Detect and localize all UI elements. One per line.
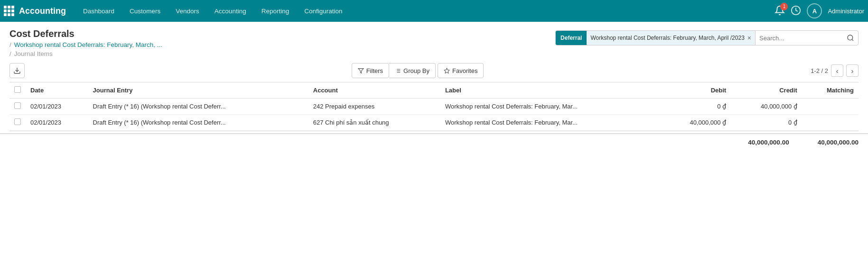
row-date: 02/01/2023 bbox=[26, 99, 88, 115]
search-bar: Deferral Workshop rental Cost Deferrals:… bbox=[555, 30, 859, 45]
search-button[interactable] bbox=[843, 34, 858, 42]
page-header: Cost Deferrals / Workshop rental Cost De… bbox=[0, 22, 868, 59]
row-checkbox bbox=[9, 115, 26, 131]
nav-configuration[interactable]: Configuration bbox=[297, 0, 350, 22]
row-select-checkbox[interactable] bbox=[14, 102, 21, 109]
search-filter-text: Workshop rental Cost Deferrals: February… bbox=[587, 30, 756, 45]
pagination: 1-2 / 2 ‹ › bbox=[811, 64, 859, 77]
row-credit: 40,000,000 ₫ bbox=[731, 99, 802, 115]
table-row[interactable]: 02/01/2023 Draft Entry (* 16) (Workshop … bbox=[9, 115, 859, 131]
breadcrumb: / Workshop rental Cost Deferrals: Februa… bbox=[9, 41, 162, 48]
pagination-prev[interactable]: ‹ bbox=[831, 64, 843, 77]
search-filter-close[interactable]: × bbox=[747, 34, 751, 42]
clock-icon[interactable] bbox=[791, 5, 801, 17]
col-header-journal-entry: Journal Entry bbox=[88, 82, 308, 99]
pagination-text: 1-2 / 2 bbox=[811, 67, 828, 74]
nav-accounting[interactable]: Accounting bbox=[207, 0, 254, 22]
row-label: Workshop rental Cost Deferrals: February… bbox=[440, 115, 660, 131]
journal-items-table: Date Journal Entry Account Label Debit C… bbox=[0, 82, 868, 131]
row-account: 627 Chi phí sản xuất chung bbox=[308, 115, 440, 131]
nav-dashboard[interactable]: Dashboard bbox=[75, 0, 122, 22]
page-title: Cost Deferrals bbox=[9, 28, 162, 39]
favorites-button[interactable]: Favorites bbox=[438, 63, 484, 78]
col-header-debit: Debit bbox=[660, 82, 731, 99]
credit-total: 40,000,000.00 bbox=[818, 139, 859, 146]
nav-vendors[interactable]: Vendors bbox=[168, 0, 207, 22]
col-header-checkbox bbox=[9, 82, 26, 99]
col-header-date: Date bbox=[26, 82, 88, 99]
breadcrumb-current: Journal Items bbox=[14, 50, 53, 57]
svg-line-2 bbox=[852, 39, 853, 41]
notification-icon[interactable]: 1 bbox=[775, 5, 785, 17]
row-journal-entry: Draft Entry (* 16) (Workshop rental Cost… bbox=[88, 115, 308, 131]
row-debit: 0 ₫ bbox=[660, 99, 731, 115]
app-brand: Accounting bbox=[19, 6, 66, 16]
row-credit: 0 ₫ bbox=[731, 115, 802, 131]
row-checkbox bbox=[9, 99, 26, 115]
filter-left bbox=[9, 63, 25, 78]
col-header-credit: Credit bbox=[731, 82, 802, 99]
main-menu: Dashboard Customers Vendors Accounting R… bbox=[75, 0, 775, 22]
admin-label[interactable]: Administrator bbox=[828, 8, 864, 15]
filter-toolbar: Filters Group By Favorites 1-2 / 2 ‹ › bbox=[0, 59, 868, 82]
row-journal-entry: Draft Entry (* 16) (Workshop rental Cost… bbox=[88, 99, 308, 115]
svg-marker-11 bbox=[444, 68, 449, 73]
row-select-checkbox[interactable] bbox=[14, 118, 21, 125]
avatar[interactable]: A bbox=[807, 3, 822, 18]
svg-point-1 bbox=[848, 35, 853, 40]
table-row[interactable]: 02/01/2023 Draft Entry (* 16) (Workshop … bbox=[9, 99, 859, 115]
breadcrumb-link1[interactable]: Workshop rental Cost Deferrals: February… bbox=[14, 41, 162, 48]
notification-badge: 1 bbox=[780, 3, 788, 10]
row-account: 242 Prepaid expenses bbox=[308, 99, 440, 115]
row-matching bbox=[802, 99, 859, 115]
topnav-right: 1 A Administrator bbox=[775, 3, 864, 18]
breadcrumb2: / Journal Items bbox=[9, 50, 162, 57]
deferral-tag: Deferral bbox=[556, 30, 587, 45]
col-header-account: Account bbox=[308, 82, 440, 99]
apps-menu-icon[interactable] bbox=[4, 6, 14, 16]
search-input[interactable] bbox=[756, 30, 843, 45]
svg-marker-4 bbox=[358, 68, 364, 73]
nav-customers[interactable]: Customers bbox=[122, 0, 168, 22]
nav-reporting[interactable]: Reporting bbox=[254, 0, 297, 22]
filter-center: Filters Group By Favorites bbox=[29, 63, 806, 78]
select-all-checkbox[interactable] bbox=[14, 86, 21, 93]
col-header-matching: Matching bbox=[802, 82, 859, 99]
debit-total: 40,000,000.00 bbox=[748, 139, 789, 146]
download-button[interactable] bbox=[9, 63, 25, 78]
row-debit: 40,000,000 ₫ bbox=[660, 115, 731, 131]
top-navigation: Accounting Dashboard Customers Vendors A… bbox=[0, 0, 868, 22]
breadcrumb-sep2: / bbox=[9, 50, 11, 57]
row-date: 02/01/2023 bbox=[26, 115, 88, 131]
pagination-next[interactable]: › bbox=[846, 64, 859, 77]
row-matching bbox=[802, 115, 859, 131]
breadcrumb-sep1: / bbox=[9, 41, 11, 48]
col-header-label: Label bbox=[440, 82, 660, 99]
row-label: Workshop rental Cost Deferrals: February… bbox=[440, 99, 660, 115]
footer-totals: 40,000,000.00 40,000,000.00 bbox=[0, 133, 868, 151]
filters-button[interactable]: Filters bbox=[352, 63, 389, 78]
groupby-button[interactable]: Group By bbox=[389, 63, 436, 78]
